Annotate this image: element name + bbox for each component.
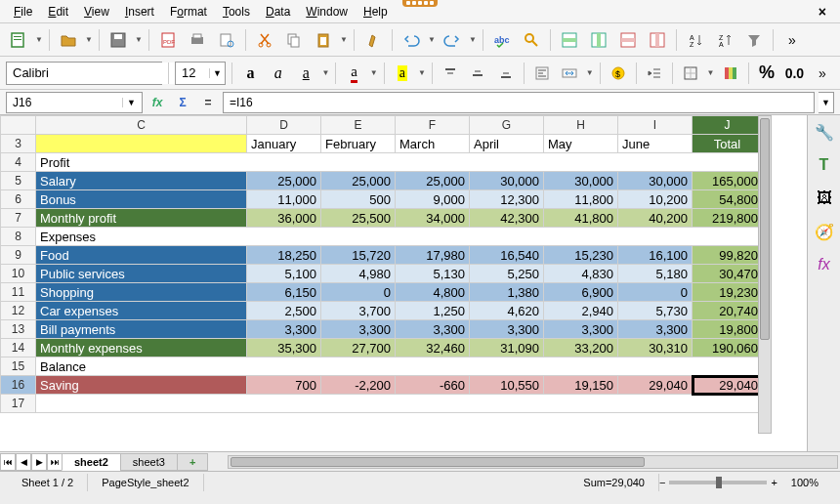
indent-inc-button[interactable] — [643, 61, 666, 86]
save-dropdown[interactable]: ▼ — [135, 35, 143, 44]
cell-month[interactable]: March — [396, 135, 470, 153]
sort-desc-button[interactable]: ZA — [712, 27, 737, 53]
col-header-C[interactable]: C — [36, 116, 247, 135]
underline-dropdown[interactable]: ▼ — [321, 68, 329, 77]
conditional-button[interactable] — [719, 61, 742, 86]
cell-month[interactable]: June — [618, 135, 693, 153]
cell-total[interactable]: 190,060 — [693, 339, 763, 357]
menu-view[interactable]: View — [76, 3, 117, 21]
redo-button[interactable] — [440, 27, 465, 53]
cell-value[interactable]: 12,300 — [470, 190, 544, 209]
cell-month[interactable]: February — [321, 135, 396, 153]
cell-value[interactable]: 34,000 — [396, 209, 470, 228]
open-dropdown[interactable]: ▼ — [85, 35, 93, 44]
font-size-dropdown[interactable]: ▼ — [209, 68, 225, 78]
cell-value[interactable]: 1,380 — [470, 283, 544, 302]
cell-month[interactable]: January — [247, 135, 321, 153]
cell-reference-dropdown[interactable]: ▼ — [122, 98, 136, 107]
row-header-5[interactable]: 5 — [1, 172, 36, 190]
paste-dropdown[interactable]: ▼ — [340, 35, 348, 44]
status-zoom[interactable]: 100% — [777, 474, 832, 491]
vertical-scrollbar[interactable] — [758, 115, 772, 434]
tab-prev-button[interactable]: ◀ — [16, 453, 31, 471]
cell-value[interactable]: 3,700 — [321, 302, 396, 320]
redo-dropdown[interactable]: ▼ — [469, 35, 477, 44]
font-name-input[interactable] — [7, 63, 183, 84]
menu-insert[interactable]: Insert — [117, 3, 162, 21]
italic-button[interactable]: a — [267, 61, 290, 86]
cell-value[interactable]: 2,500 — [247, 302, 321, 320]
cell-value[interactable]: 3,300 — [321, 320, 396, 339]
row-header-13[interactable]: 13 — [1, 320, 36, 339]
cell-value[interactable]: 3,300 — [618, 320, 693, 339]
font-size-combo[interactable]: ▼ — [175, 62, 226, 85]
cell-value[interactable]: 30,310 — [618, 339, 693, 357]
cell-total[interactable]: 19,800 — [693, 320, 763, 339]
cell-total[interactable]: 30,470 — [693, 265, 763, 283]
row-header-10[interactable]: 10 — [1, 265, 36, 283]
sidebar-properties-icon[interactable]: 🔧 — [812, 119, 837, 145]
sheet-tab-sheet3[interactable]: sheet3 — [120, 453, 178, 471]
font-color-button[interactable]: a — [342, 61, 365, 86]
cell-value[interactable]: 3,300 — [247, 320, 321, 339]
save-button[interactable] — [105, 27, 131, 53]
row-header-17[interactable]: 17 — [1, 395, 36, 413]
sidebar-navigator-icon[interactable]: 🧭 — [812, 219, 837, 244]
add-sheet-button[interactable]: + — [177, 453, 208, 471]
cell-total[interactable]: 20,740 — [693, 302, 763, 320]
sidebar-functions-icon[interactable]: fx — [812, 252, 837, 277]
cell-value[interactable]: 17,980 — [396, 246, 470, 265]
insert-col-button[interactable] — [586, 27, 611, 53]
cell-value[interactable]: 30,000 — [544, 172, 618, 190]
cell-value[interactable]: 3,300 — [544, 320, 618, 339]
paste-button[interactable] — [311, 27, 336, 53]
cell-value[interactable]: 10,200 — [618, 190, 693, 209]
cell-value[interactable]: 15,720 — [321, 246, 396, 265]
label-Car expenses[interactable]: Car expenses — [36, 302, 247, 320]
row-header-15[interactable]: 15 — [1, 357, 36, 376]
cell-value[interactable]: 4,830 — [544, 265, 618, 283]
cell-value[interactable]: 25,000 — [396, 172, 470, 190]
sum-button[interactable]: Σ — [172, 92, 193, 113]
merge-cells-button[interactable] — [558, 61, 581, 86]
menu-file[interactable]: File — [6, 3, 40, 21]
cell-total[interactable]: 219,800 — [693, 209, 763, 228]
delete-row-button[interactable] — [615, 27, 641, 53]
cell-value[interactable]: 5,130 — [396, 265, 470, 283]
formula-expand-button[interactable]: ▼ — [819, 92, 834, 113]
row-header-7[interactable]: 7 — [1, 209, 36, 228]
section-balance[interactable]: Balance — [36, 357, 763, 376]
cell-value[interactable]: 42,300 — [470, 209, 544, 228]
more-toolbar-button[interactable]: » — [779, 27, 805, 53]
cell-value[interactable]: 36,000 — [247, 209, 321, 228]
tab-next-button[interactable]: ▶ — [31, 453, 47, 471]
menu-tools[interactable]: Tools — [215, 3, 258, 21]
col-header-I[interactable]: I — [618, 116, 693, 135]
cut-button[interactable] — [252, 27, 277, 53]
cell-value[interactable]: 9,000 — [396, 190, 470, 209]
cell-total[interactable]: 99,820 — [693, 246, 763, 265]
cell-total[interactable]: 19,230 — [693, 283, 763, 302]
new-doc-button[interactable] — [6, 27, 31, 53]
section-profit[interactable]: Profit — [36, 153, 763, 172]
cell-value[interactable]: 29,040 — [618, 376, 693, 395]
status-sheet[interactable]: Sheet 1 / 2 — [8, 474, 88, 491]
highlight-dropdown[interactable]: ▼ — [418, 68, 426, 77]
bold-button[interactable]: a — [238, 61, 262, 86]
wrap-text-button[interactable] — [530, 61, 554, 86]
row-header-11[interactable]: 11 — [1, 283, 36, 302]
label-saving[interactable]: Saving — [36, 376, 247, 395]
cell-total-header[interactable]: Total — [693, 135, 763, 153]
cell-value[interactable]: 25,000 — [247, 172, 321, 190]
font-color-dropdown[interactable]: ▼ — [370, 68, 378, 77]
cell-value[interactable]: 15,230 — [544, 246, 618, 265]
cell-value[interactable]: 19,150 — [544, 376, 618, 395]
tab-last-button[interactable]: ⏭ — [47, 453, 63, 471]
cell-value[interactable]: 5,730 — [618, 302, 693, 320]
close-icon[interactable]: × — [811, 2, 834, 21]
cell-value[interactable]: 31,090 — [470, 339, 544, 357]
menu-format[interactable]: Format — [162, 3, 215, 21]
col-header-G[interactable]: G — [470, 116, 544, 135]
font-size-input[interactable] — [176, 63, 209, 84]
cell-value[interactable]: 500 — [321, 190, 396, 209]
